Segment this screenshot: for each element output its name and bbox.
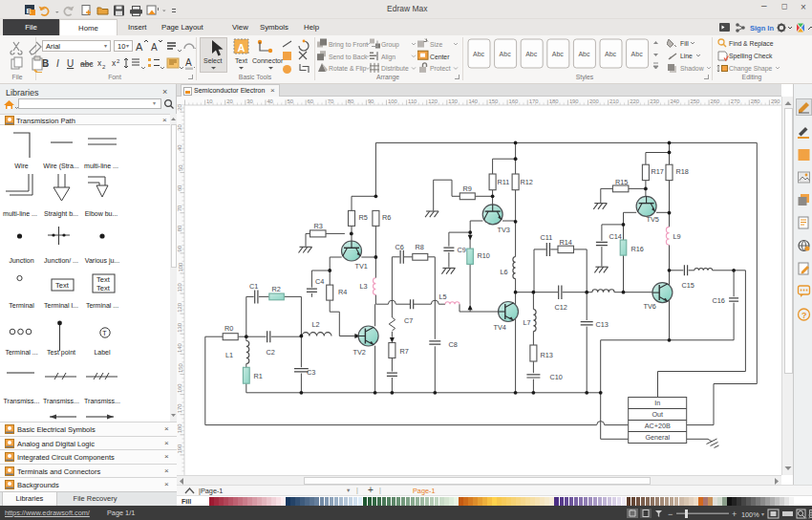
svg-text:R9: R9 <box>463 184 472 193</box>
svg-text:C13: C13 <box>596 320 609 329</box>
svg-text:TV3: TV3 <box>498 226 510 234</box>
svg-text:−: − <box>668 509 673 518</box>
svg-text:R0: R0 <box>224 324 233 333</box>
svg-text:R7: R7 <box>400 347 409 356</box>
svg-text:C11: C11 <box>541 233 553 242</box>
svg-text:Out: Out <box>652 410 663 419</box>
svg-text:TV6: TV6 <box>644 302 656 311</box>
svg-text:TV2: TV2 <box>353 348 366 357</box>
svg-text:C12: C12 <box>555 303 567 312</box>
svg-text:C4: C4 <box>315 277 324 286</box>
svg-text:▾: ▾ <box>761 511 764 517</box>
svg-text:R12: R12 <box>521 178 533 186</box>
svg-text:In: In <box>654 399 660 407</box>
svg-text:TV1: TV1 <box>355 262 368 271</box>
svg-text:L5: L5 <box>439 292 447 301</box>
svg-text:R4: R4 <box>338 288 347 296</box>
svg-text:General: General <box>645 433 670 442</box>
svg-text:R8: R8 <box>416 243 424 251</box>
svg-text:?: ? <box>801 311 807 320</box>
svg-text:C3: C3 <box>307 368 315 377</box>
svg-text:C15: C15 <box>682 281 694 290</box>
svg-text:R5: R5 <box>359 213 368 222</box>
svg-text:R6: R6 <box>382 213 391 222</box>
svg-text:C1: C1 <box>249 282 258 291</box>
svg-text:R17: R17 <box>652 167 664 176</box>
svg-text:L9: L9 <box>673 232 681 241</box>
svg-text:TV4: TV4 <box>494 323 506 332</box>
svg-text:R13: R13 <box>541 351 553 359</box>
svg-text:R16: R16 <box>631 245 644 253</box>
svg-text:C16: C16 <box>713 296 725 305</box>
svg-text:C14: C14 <box>609 232 622 241</box>
svg-text:R1: R1 <box>254 372 263 380</box>
svg-text:C10: C10 <box>550 373 563 381</box>
svg-text:L7: L7 <box>524 318 531 327</box>
svg-text:R18: R18 <box>676 167 689 176</box>
svg-text:R10: R10 <box>478 251 490 260</box>
svg-text:C9: C9 <box>458 246 466 254</box>
svg-text:L1: L1 <box>225 351 233 359</box>
svg-text:R3: R3 <box>314 222 323 230</box>
svg-text:R2: R2 <box>272 285 281 293</box>
svg-text:L3: L3 <box>360 282 368 291</box>
svg-text:C2: C2 <box>267 348 275 357</box>
svg-text:C8: C8 <box>449 340 458 349</box>
svg-text:+: + <box>732 509 737 519</box>
svg-text:C7: C7 <box>404 316 413 325</box>
svg-text:100%: 100% <box>741 509 759 518</box>
svg-text:AC+20B: AC+20B <box>645 422 671 430</box>
svg-text:L2: L2 <box>312 320 320 329</box>
svg-text:C6: C6 <box>395 243 404 251</box>
svg-text:R15: R15 <box>615 178 628 186</box>
svg-text:R14: R14 <box>560 238 572 247</box>
svg-text:R11: R11 <box>498 178 510 186</box>
svg-text:TV5: TV5 <box>647 215 659 224</box>
svg-text:L6: L6 <box>501 268 508 276</box>
